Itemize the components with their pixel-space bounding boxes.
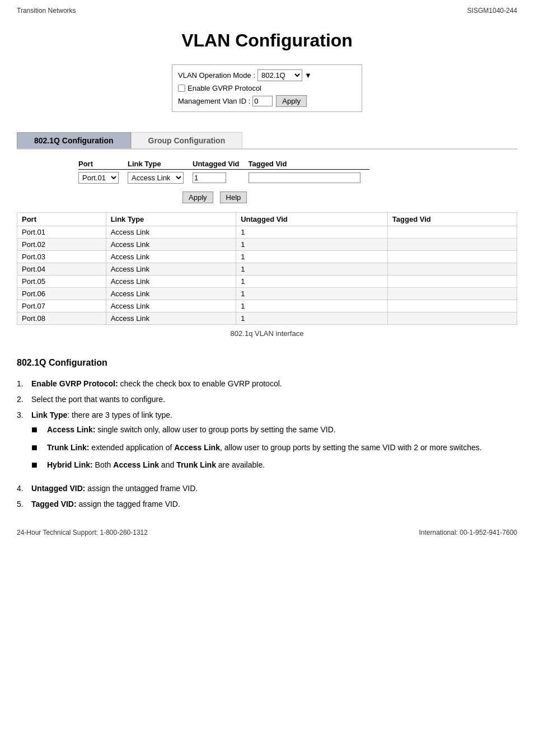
cell-tagged_vid — [387, 300, 517, 312]
table-row: Port.08Access Link1 — [17, 312, 517, 325]
sub-item-hybrid-link: ■ Hybrid Link: Both Access Link and Trun… — [31, 459, 482, 472]
cell-link_type: Access Link — [106, 226, 236, 239]
doc-item-5-text: Tagged VID: assign the tagged frame VID. — [31, 500, 517, 508]
doc-list: 1. Enable GVRP Protocol: check the check… — [17, 379, 517, 508]
table-row: Port.03Access Link1 — [17, 251, 517, 263]
cell-untagged_vid: 1 — [236, 288, 388, 300]
cell-tagged_vid — [387, 263, 517, 276]
cell-port: Port.04 — [17, 263, 106, 276]
doc-item-1-num: 1. — [17, 379, 31, 388]
footer-right: International: 00-1-952-941-7600 — [419, 529, 517, 536]
cell-tagged_vid — [387, 239, 517, 251]
port-select[interactable]: Port.01Port.02Port.03 Port.04Port.05Port… — [78, 172, 119, 184]
form-apply-button[interactable]: Apply — [182, 192, 213, 203]
tabs-area: 802.1Q Configuration Group Configuration — [17, 132, 517, 150]
data-table: Port Link Type Untagged Vid Tagged Vid P… — [17, 212, 517, 325]
cell-link_type: Access Link — [106, 288, 236, 300]
cell-tagged_vid — [387, 226, 517, 239]
data-col-untaggedvid: Untagged Vid — [236, 213, 388, 226]
doc-item-1: 1. Enable GVRP Protocol: check the check… — [17, 379, 517, 388]
doc-item-4-text: Untagged VID: assign the untagged frame … — [31, 484, 517, 493]
cell-link_type: Access Link — [106, 263, 236, 276]
doc-item-5: 5. Tagged VID: assign the tagged frame V… — [17, 500, 517, 508]
gvrp-checkbox[interactable] — [178, 85, 185, 92]
doc-item-3-text: Link Type: there are 3 types of link typ… — [31, 410, 172, 419]
bullet-icon: ■ — [31, 442, 47, 454]
cell-link_type: Access Link — [106, 276, 236, 288]
cell-untagged_vid: 1 — [236, 226, 388, 239]
doc-item-4: 4. Untagged VID: assign the untagged fra… — [17, 484, 517, 493]
cell-port: Port.03 — [17, 251, 106, 263]
tab-group-config[interactable]: Group Configuration — [131, 132, 243, 148]
doc-item-2-text: Select the port that wants to configure. — [31, 395, 517, 404]
hybrid-link-text: Hybrid Link: Both Access Link and Trunk … — [47, 459, 482, 471]
vlan-op-select[interactable]: 802.1Q Port Based — [257, 69, 302, 81]
doc-item-3-num: 3. — [17, 410, 31, 419]
mgmt-vlan-label: Management Vlan ID : — [178, 97, 250, 105]
cell-link_type: Access Link — [106, 239, 236, 251]
cell-link_type: Access Link — [106, 312, 236, 325]
doc-item-4-num: 4. — [17, 484, 31, 493]
table-caption: 802.1q VLAN interface — [17, 329, 517, 338]
link-type-select[interactable]: Access Link Trunk Link Hybrid Link — [128, 172, 184, 184]
table-row: Port.06Access Link1 — [17, 288, 517, 300]
cell-untagged_vid: 1 — [236, 300, 388, 312]
cell-port: Port.01 — [17, 226, 106, 239]
data-col-taggedvid: Tagged Vid — [387, 213, 517, 226]
cell-untagged_vid: 1 — [236, 239, 388, 251]
config-form-area: Port Link Type Untagged Vid Tagged Vid P… — [78, 158, 517, 203]
tagged-vid-input[interactable] — [249, 172, 360, 183]
cell-port: Port.07 — [17, 300, 106, 312]
cell-tagged_vid — [387, 251, 517, 263]
tab-8021q-config[interactable]: 802.1Q Configuration — [17, 132, 131, 148]
cell-untagged_vid: 1 — [236, 251, 388, 263]
col-linktype-header: Link Type — [128, 158, 193, 170]
top-config-box: VLAN Operation Mode : 802.1Q Port Based … — [172, 64, 362, 112]
table-row: Port.04Access Link1 — [17, 263, 517, 276]
page-title: VLAN Configuration — [181, 30, 353, 50]
table-row: Port.05Access Link1 — [17, 276, 517, 288]
sub-list: ■ Access Link: single switch only, allow… — [31, 424, 482, 477]
doc-item-3: 3. Link Type: there are 3 types of link … — [17, 410, 517, 477]
table-row: Port.07Access Link1 — [17, 300, 517, 312]
mgmt-vlan-input[interactable] — [252, 96, 273, 106]
top-apply-button[interactable]: Apply — [276, 95, 307, 107]
data-col-port: Port — [17, 213, 106, 226]
col-taggedvid-header: Tagged Vid — [249, 158, 369, 170]
cell-port: Port.02 — [17, 239, 106, 251]
data-table-area: Port Link Type Untagged Vid Tagged Vid P… — [17, 212, 517, 338]
cell-untagged_vid: 1 — [236, 263, 388, 276]
trunk-link-text: Trunk Link: extended application of Acce… — [47, 442, 482, 454]
gvrp-label: Enable GVRP Protocol — [188, 84, 261, 92]
doc-item-5-num: 5. — [17, 500, 31, 508]
company-name: Transition Networks — [17, 7, 76, 15]
doc-area: 802.1Q Configuration 1. Enable GVRP Prot… — [17, 358, 517, 508]
access-link-text: Access Link: single switch only, allow u… — [47, 424, 482, 436]
cell-untagged_vid: 1 — [236, 312, 388, 325]
bullet-icon: ■ — [31, 459, 47, 472]
doc-title: 802.1Q Configuration — [17, 358, 517, 368]
cell-tagged_vid — [387, 288, 517, 300]
cell-untagged_vid: 1 — [236, 276, 388, 288]
footer-left: 24-Hour Technical Support: 1-800-260-131… — [17, 529, 148, 536]
sub-item-trunk-link: ■ Trunk Link: extended application of Ac… — [31, 442, 482, 454]
footer-bar: 24-Hour Technical Support: 1-800-260-131… — [0, 520, 534, 542]
bullet-icon: ■ — [31, 424, 47, 436]
cell-tagged_vid — [387, 276, 517, 288]
table-row: Port.02Access Link1 — [17, 239, 517, 251]
config-form-table: Port Link Type Untagged Vid Tagged Vid P… — [78, 158, 369, 186]
cell-tagged_vid — [387, 312, 517, 325]
cell-port: Port.06 — [17, 288, 106, 300]
col-port-header: Port — [78, 158, 128, 170]
model-number: SISGM1040-244 — [467, 7, 517, 15]
doc-item-2: 2. Select the port that wants to configu… — [17, 395, 517, 404]
cell-link_type: Access Link — [106, 300, 236, 312]
table-row: Port.01Access Link1 — [17, 226, 517, 239]
cell-port: Port.05 — [17, 276, 106, 288]
cell-link_type: Access Link — [106, 251, 236, 263]
untagged-vid-input[interactable] — [193, 172, 226, 183]
doc-item-2-num: 2. — [17, 395, 31, 404]
help-button[interactable]: Help — [220, 192, 247, 203]
sub-item-access-link: ■ Access Link: single switch only, allow… — [31, 424, 482, 436]
data-col-linktype: Link Type — [106, 213, 236, 226]
